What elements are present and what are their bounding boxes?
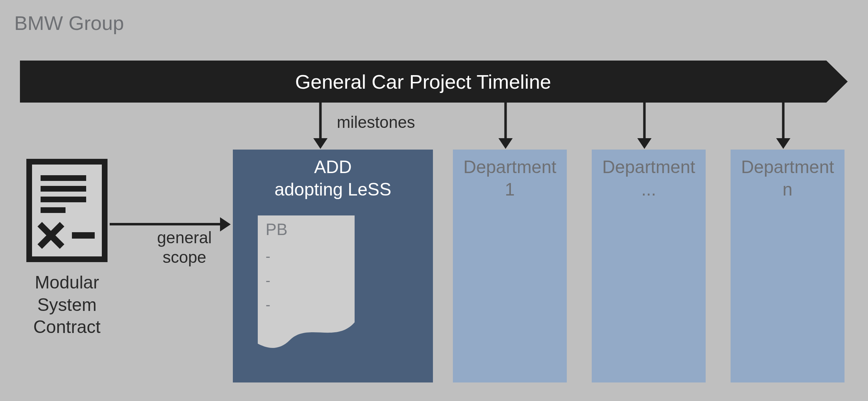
timeline-title: General Car Project Timeline <box>295 70 551 93</box>
org-title: BMW Group <box>14 11 124 35</box>
pb-item: - <box>266 297 270 313</box>
general-scope-label: general scope <box>145 228 224 267</box>
timeline-banner: General Car Project Timeline <box>20 61 848 103</box>
svg-rect-4 <box>41 207 66 213</box>
timeline-arrowhead-icon <box>826 61 848 103</box>
milestones-label: milestones <box>337 113 415 132</box>
timeline-bar: General Car Project Timeline <box>20 61 826 103</box>
dept-1-title-line2: 1 <box>505 179 515 199</box>
dept-ellipsis-title-line2: ... <box>641 179 656 199</box>
dept-ellipsis-title-line1: Department <box>602 157 695 177</box>
contract-caption: Modular System Contract <box>21 271 113 338</box>
dept-add-adopting-less: ADD adopting LeSS PB - - - <box>233 150 433 382</box>
dept-box-n: Department n <box>731 150 845 382</box>
dept-1-title-line1: Department <box>463 157 556 177</box>
dept-add-title-line1: ADD <box>314 157 352 177</box>
product-backlog-label: PB <box>266 220 287 239</box>
svg-rect-1 <box>41 175 86 181</box>
svg-rect-3 <box>41 197 86 202</box>
pb-item: - <box>266 248 270 264</box>
product-backlog-doc-icon: PB - - - <box>258 215 355 351</box>
contract-document-icon <box>26 159 108 262</box>
dept-ellipsis-title: Department ... <box>592 156 706 200</box>
diagram-canvas: BMW Group General Car Project Timeline m… <box>0 0 868 401</box>
dept-n-title-line1: Department <box>741 157 834 177</box>
dept-n-title-line2: n <box>783 179 793 199</box>
dept-1-title: Department 1 <box>453 156 567 200</box>
dept-n-title: Department n <box>731 156 845 200</box>
svg-rect-7 <box>72 232 95 239</box>
dept-add-title: ADD adopting LeSS <box>233 156 433 200</box>
dept-add-title-line2: adopting LeSS <box>274 179 391 199</box>
svg-rect-2 <box>41 186 86 192</box>
pb-item: - <box>266 272 270 288</box>
dept-box-ellipsis: Department ... <box>592 150 706 382</box>
dept-box-1: Department 1 <box>453 150 567 382</box>
